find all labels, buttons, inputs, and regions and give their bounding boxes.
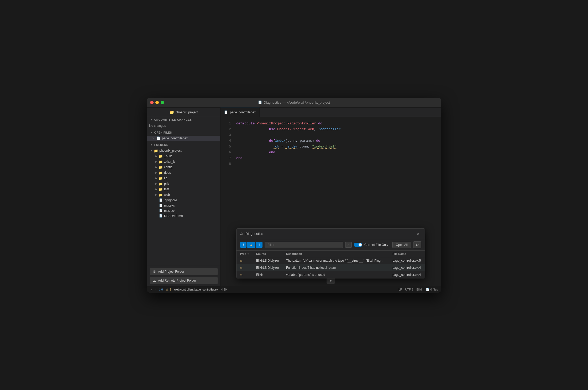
col-header-type[interactable]: Type ▼ — [237, 251, 253, 257]
diagnostics-close-button[interactable]: ✕ — [415, 231, 421, 236]
file-mix-exs[interactable]: 📄 mix.exs — [147, 203, 220, 208]
diagnostics-title: ⚖ Diagnostics — [240, 232, 263, 236]
file-mix-lock[interactable]: 📄 mix.lock — [147, 208, 220, 213]
regex-button[interactable]: .* — [345, 242, 352, 248]
folder-expand-icon: 📁 — [154, 149, 158, 153]
no-changes-label: No changes — [147, 123, 220, 129]
table-row[interactable]: ⚠ ElixirLS Dialyzer Function index/2 has… — [237, 264, 425, 271]
folder-lib[interactable]: ▶ 📁 lib — [147, 176, 220, 181]
line-numbers: 1 2 3 ⚠4 ⚠5 6 7 8 — [220, 117, 234, 286]
info-count: ℹ 0 — [159, 288, 163, 291]
row-type-2: ⚠ — [237, 264, 253, 271]
col-header-source: Source — [253, 251, 283, 257]
warning-icon: ⚠ — [240, 266, 243, 270]
folder-icon: 📁 — [159, 165, 163, 169]
col-header-filename: File Name — [389, 251, 425, 257]
line-num-2: 2 — [220, 127, 231, 132]
uncommitted-changes-content: No changes — [147, 122, 220, 129]
folder-elixir-ls[interactable]: ▶ 📁 .elixir_ls — [147, 159, 220, 165]
close-file-icon[interactable]: ✕ — [152, 137, 154, 140]
encoding[interactable]: UTF-8 — [405, 288, 413, 291]
sidebar-header: 📁 phoenix_project — [147, 108, 220, 116]
minimize-button[interactable] — [155, 101, 159, 104]
filter-input[interactable] — [265, 242, 343, 248]
root-folder[interactable]: ▼ 📁 phoenix_project — [147, 148, 220, 154]
section-open-files[interactable]: ▼ OPEN FILES — [147, 129, 220, 135]
info-filter-button[interactable]: ℹ — [256, 242, 262, 248]
file-gitignore[interactable]: 📄 .gitignore — [147, 198, 220, 203]
section-uncommitted-changes[interactable]: ▼ UNCOMMITTED CHANGES — [147, 116, 220, 122]
file-readme[interactable]: 📄 README.md — [147, 213, 220, 219]
open-file-item[interactable]: ✕ 📄 page_controller.ex — [147, 136, 220, 141]
file-count-icon: 📄 — [426, 288, 429, 291]
row-source-3: Elixir — [253, 271, 283, 278]
fullscreen-button[interactable] — [161, 101, 164, 104]
folder-web[interactable]: ▶ 📁 web — [147, 192, 220, 198]
table-row[interactable]: ⚠ Elixir variable "params" is unused pag… — [237, 271, 425, 278]
folder-test[interactable]: ▶ 📁 test — [147, 187, 220, 192]
sidebar: 📁 phoenix_project ▼ UNCOMMITTED CHANGES … — [147, 108, 220, 286]
row-filename-2: page_controller.ex:4 — [389, 264, 425, 271]
folder-icon: 📁 — [159, 187, 163, 191]
line-num-8: 8 — [220, 161, 231, 167]
collapse-panel-button[interactable]: ▼ — [327, 278, 335, 284]
folder-deps[interactable]: ▶ 📁 deps — [147, 170, 220, 176]
warning-icon: ⚠ — [240, 273, 243, 277]
open-all-button[interactable]: Open All — [392, 242, 411, 248]
folder-icon: 📁 — [170, 110, 174, 114]
editor-area: 📄 page_controller.ex 1 2 3 ⚠4 ⚠5 — [220, 108, 441, 286]
chevron-right-icon: ▶ — [155, 188, 157, 191]
title-bar: 📄 Diagnostics — ~/code/elixir/phoenix_pr… — [147, 98, 441, 108]
row-description-2: Function index/2 has no local return — [283, 264, 389, 271]
folder-icon: 📁 — [159, 176, 163, 180]
folders-content: ▼ 📁 phoenix_project ▶ 📁 _build ▶ 📁 .elix… — [147, 147, 220, 219]
monitor-icon: 🖥 — [153, 270, 156, 273]
status-right: LF UTF-8 Elixir 📄 0 files — [398, 288, 438, 291]
warning-filter-button[interactable]: ▲ — [247, 242, 255, 248]
line-ending[interactable]: LF — [398, 288, 402, 291]
file-count: 📄 0 files — [426, 288, 438, 291]
main-layout: 📁 phoenix_project ▼ UNCOMMITTED CHANGES … — [147, 108, 441, 286]
open-files-content: ✕ 📄 page_controller.ex — [147, 135, 220, 141]
nav-buttons: ‹ › — [150, 288, 156, 291]
toggle-switch[interactable] — [354, 243, 362, 247]
line-num-5: ⚠5 — [220, 144, 231, 150]
line-num-1: 1 — [220, 121, 231, 127]
editor-tab-page-controller[interactable]: 📄 page_controller.ex — [220, 108, 260, 117]
line-num-7: 7 — [220, 155, 231, 161]
warn-count: ⚠ 3 — [166, 288, 171, 291]
nav-back-button[interactable]: ‹ — [150, 288, 153, 291]
section-folders[interactable]: ▼ FOLDERS — [147, 141, 220, 147]
language[interactable]: Elixir — [416, 288, 423, 291]
sidebar-scroll[interactable]: ▼ UNCOMMITTED CHANGES No changes ▼ OPEN … — [147, 116, 220, 266]
folder-icon: 📁 — [159, 171, 163, 175]
col-header-description: Description — [283, 251, 389, 257]
folder-priv[interactable]: ▶ 📁 priv — [147, 181, 220, 187]
table-row[interactable]: ⚠ ElixirLS Dialyzer The pattern 'ok' can… — [237, 257, 425, 264]
add-remote-project-folder-button[interactable]: ☁ Add Remote Project Folder — [150, 277, 218, 284]
title-file-icon: 📄 — [258, 101, 262, 104]
settings-button[interactable]: ⚙ — [413, 241, 421, 248]
main-window: 📄 Diagnostics — ~/code/elixir/phoenix_pr… — [147, 98, 441, 293]
line-num-6: 6 — [220, 150, 231, 155]
nav-forward-button[interactable]: › — [154, 288, 156, 291]
row-source-1: ElixirLS Dialyzer — [253, 257, 283, 264]
tab-file-icon: 📄 — [224, 110, 228, 114]
folder-icon: 📁 — [159, 160, 163, 164]
chevron-right-icon: ▶ — [155, 155, 157, 157]
chevron-icon: ▼ — [150, 131, 153, 134]
error-filter-button[interactable]: ! — [240, 242, 246, 248]
cursor-position: 4:29 — [221, 288, 227, 291]
chevron-right-icon: ▼ — [150, 149, 153, 152]
folder-build[interactable]: ▶ 📁 _build — [147, 154, 220, 159]
add-project-folder-button[interactable]: 🖥 Add Project Folder — [150, 268, 218, 275]
close-button[interactable] — [150, 101, 154, 104]
filter-buttons: ! ▲ ℹ — [240, 242, 262, 248]
code-line-6: end — [236, 150, 441, 155]
file-icon: 📄 — [159, 198, 163, 202]
chevron-right-icon: ▶ — [155, 171, 157, 174]
code-line-8 — [236, 161, 441, 167]
project-title: 📁 phoenix_project — [151, 110, 216, 114]
folder-config[interactable]: ▶ 📁 config — [147, 165, 220, 170]
diagnostics-panel: ⚖ Diagnostics ✕ ! ▲ ℹ .* Current F — [236, 228, 425, 278]
